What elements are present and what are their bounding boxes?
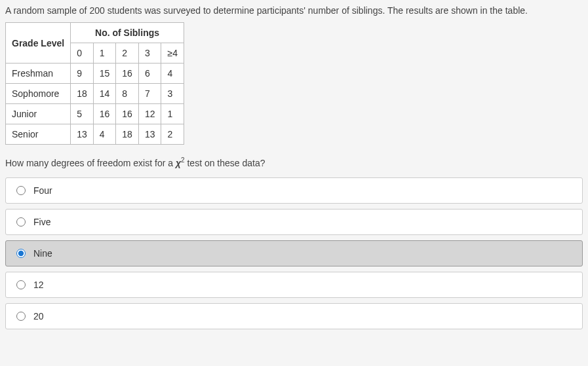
table-subheader: ≥4 xyxy=(161,43,184,64)
radio-nine[interactable] xyxy=(16,249,26,258)
table-header-siblings: No. of Siblings xyxy=(71,23,184,43)
cell: 2 xyxy=(161,124,184,145)
prompt-prefix: How many degrees of freedom exist for a xyxy=(5,158,176,168)
cell: 4 xyxy=(161,64,184,84)
answer-option-twelve[interactable]: 12 xyxy=(5,272,583,298)
answer-label: Nine xyxy=(33,248,52,259)
cell: 4 xyxy=(93,124,116,145)
cell: 1 xyxy=(161,104,184,124)
row-label: Junior xyxy=(6,104,71,124)
cell: 3 xyxy=(161,84,184,104)
cell: 18 xyxy=(116,124,139,145)
cell: 15 xyxy=(93,64,116,84)
table-subheader: 2 xyxy=(116,43,139,64)
cell: 7 xyxy=(138,84,161,104)
table-header-grade: Grade Level xyxy=(6,23,71,64)
answer-option-nine[interactable]: Nine xyxy=(5,240,583,266)
cell: 8 xyxy=(116,84,139,104)
table-row: Sophomore 18 14 8 7 3 xyxy=(6,84,184,104)
cell: 16 xyxy=(93,104,116,124)
data-table: Grade Level No. of Siblings 0 1 2 3 ≥4 F… xyxy=(5,22,184,145)
cell: 16 xyxy=(116,104,139,124)
cell: 5 xyxy=(71,104,94,124)
cell: 13 xyxy=(71,124,94,145)
table-row: Junior 5 16 16 12 1 xyxy=(6,104,184,124)
answer-label: Four xyxy=(33,185,52,196)
radio-twelve[interactable] xyxy=(16,280,26,289)
table-subheader: 0 xyxy=(71,43,94,64)
answer-label: 12 xyxy=(33,280,44,290)
cell: 14 xyxy=(93,84,116,104)
answer-option-four[interactable]: Four xyxy=(5,177,583,204)
radio-twenty[interactable] xyxy=(16,312,26,321)
row-label: Freshman xyxy=(6,64,71,84)
cell: 16 xyxy=(116,64,139,84)
question-intro: A random sample of 200 students was surv… xyxy=(5,5,583,16)
row-label: Sophomore xyxy=(6,84,71,104)
cell: 6 xyxy=(138,64,161,84)
cell: 12 xyxy=(138,104,161,124)
cell: 9 xyxy=(71,64,94,84)
question-prompt: How many degrees of freedom exist for a … xyxy=(5,156,583,168)
row-label: Senior xyxy=(6,124,71,145)
table-subheader: 1 xyxy=(93,43,116,64)
cell: 13 xyxy=(138,124,161,145)
table-subheader: 3 xyxy=(138,43,161,64)
answer-label: 20 xyxy=(33,311,44,321)
table-row: Senior 13 4 18 13 2 xyxy=(6,124,184,145)
radio-four[interactable] xyxy=(16,186,26,195)
answer-label: Five xyxy=(33,217,50,227)
table-row: Freshman 9 15 16 6 4 xyxy=(6,64,184,84)
cell: 18 xyxy=(71,84,94,104)
prompt-suffix: test on these data? xyxy=(185,158,265,168)
radio-five[interactable] xyxy=(16,217,26,227)
answer-option-five[interactable]: Five xyxy=(5,209,583,235)
chi-symbol: χ xyxy=(176,158,181,168)
answer-option-twenty[interactable]: 20 xyxy=(5,303,583,329)
